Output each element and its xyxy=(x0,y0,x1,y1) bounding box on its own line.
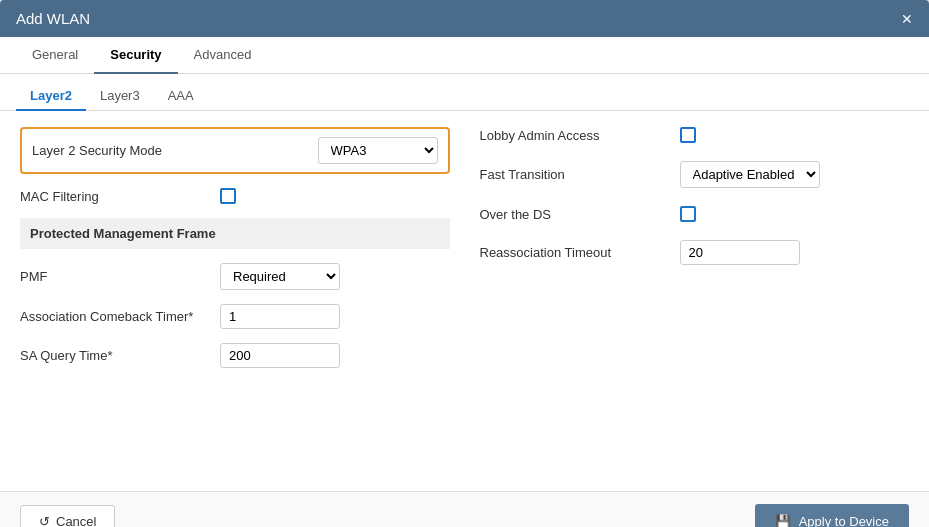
pmf-section-header: Protected Management Frame xyxy=(20,218,450,249)
layer2-security-label: Layer 2 Security Mode xyxy=(32,143,232,158)
top-tabs: General Security Advanced xyxy=(0,37,929,74)
lobby-admin-checkbox[interactable] xyxy=(680,127,696,143)
over-ds-label: Over the DS xyxy=(480,207,680,222)
left-column: Layer 2 Security Mode WPA3 WPA2 None MAC… xyxy=(20,127,450,382)
reassociation-label: Reassociation Timeout xyxy=(480,245,680,260)
mac-filtering-checkbox[interactable] xyxy=(220,188,236,204)
lobby-admin-label: Lobby Admin Access xyxy=(480,128,680,143)
right-column: Lobby Admin Access Fast Transition Adapt… xyxy=(480,127,910,382)
content-columns: Layer 2 Security Mode WPA3 WPA2 None MAC… xyxy=(20,127,909,382)
apply-label: Apply to Device xyxy=(799,514,889,527)
over-ds-checkbox[interactable] xyxy=(680,206,696,222)
tab-layer3[interactable]: Layer3 xyxy=(86,82,154,111)
modal-header: Add WLAN ✕ xyxy=(0,0,929,37)
cancel-button[interactable]: ↺ Cancel xyxy=(20,505,115,527)
sub-tabs: Layer2 Layer3 AAA xyxy=(0,74,929,111)
layer2-security-select[interactable]: WPA3 WPA2 None xyxy=(318,137,438,164)
pmf-select[interactable]: Required Optional Disabled xyxy=(220,263,340,290)
cancel-icon: ↺ xyxy=(39,514,50,527)
fast-transition-label: Fast Transition xyxy=(480,167,680,182)
association-timer-label: Association Comeback Timer* xyxy=(20,309,220,324)
fast-transition-select[interactable]: Adaptive Enabled Enabled Disabled xyxy=(680,161,820,188)
cancel-label: Cancel xyxy=(56,514,96,527)
apply-button[interactable]: 💾 Apply to Device xyxy=(755,504,909,527)
fast-transition-row: Fast Transition Adaptive Enabled Enabled… xyxy=(480,161,910,188)
tab-advanced[interactable]: Advanced xyxy=(178,37,268,74)
association-timer-input[interactable] xyxy=(220,304,340,329)
tab-security[interactable]: Security xyxy=(94,37,177,74)
mac-filtering-label: MAC Filtering xyxy=(20,189,220,204)
modal-footer: ↺ Cancel 💾 Apply to Device xyxy=(0,491,929,527)
tab-general[interactable]: General xyxy=(16,37,94,74)
close-button[interactable]: ✕ xyxy=(901,11,913,27)
modal-body: Layer 2 Security Mode WPA3 WPA2 None MAC… xyxy=(0,111,929,491)
lobby-admin-row: Lobby Admin Access xyxy=(480,127,910,143)
layer2-security-row: Layer 2 Security Mode WPA3 WPA2 None xyxy=(20,127,450,174)
mac-filtering-row: MAC Filtering xyxy=(20,188,450,204)
add-wlan-modal: Add WLAN ✕ General Security Advanced Lay… xyxy=(0,0,929,527)
sa-query-row: SA Query Time* xyxy=(20,343,450,368)
reassociation-row: Reassociation Timeout xyxy=(480,240,910,265)
modal-title: Add WLAN xyxy=(16,10,90,27)
over-ds-row: Over the DS xyxy=(480,206,910,222)
association-timer-row: Association Comeback Timer* xyxy=(20,304,450,329)
pmf-label: PMF xyxy=(20,269,220,284)
sa-query-label: SA Query Time* xyxy=(20,348,220,363)
tab-aaa[interactable]: AAA xyxy=(154,82,208,111)
reassociation-input[interactable] xyxy=(680,240,800,265)
sa-query-input[interactable] xyxy=(220,343,340,368)
apply-icon: 💾 xyxy=(775,514,791,527)
tab-layer2[interactable]: Layer2 xyxy=(16,82,86,111)
pmf-row: PMF Required Optional Disabled xyxy=(20,263,450,290)
